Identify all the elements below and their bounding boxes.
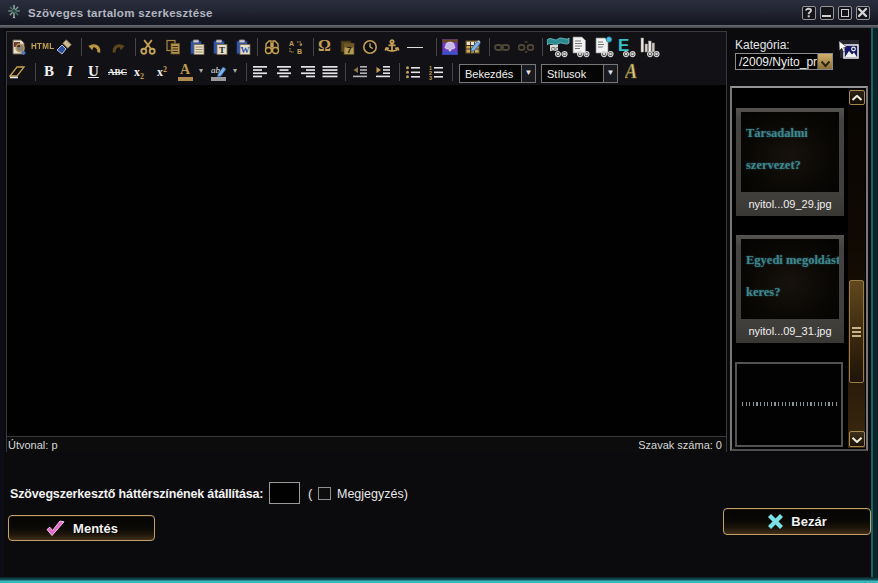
svg-text:A: A (289, 40, 294, 47)
svg-text:3: 3 (429, 75, 432, 80)
svg-text:7: 7 (347, 45, 352, 55)
svg-text:A: A (625, 61, 637, 82)
svg-text:W: W (241, 45, 250, 55)
svg-text:OC: OC (551, 46, 559, 52)
svg-text:T: T (219, 45, 225, 55)
svg-text:B: B (297, 48, 302, 55)
